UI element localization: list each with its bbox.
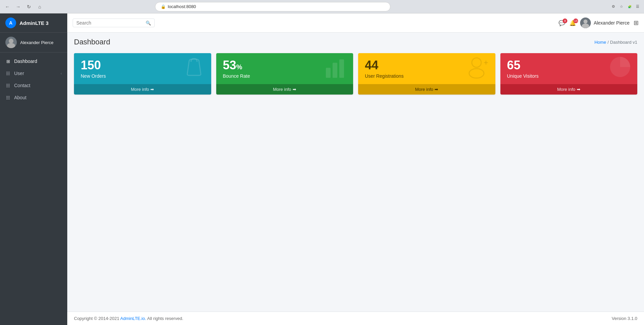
- about-icon: ☷: [5, 95, 11, 100]
- page-title: Dashboard: [74, 38, 110, 46]
- browser-home-button[interactable]: ⌂: [36, 3, 44, 11]
- percent-sign: %: [236, 63, 242, 71]
- sidebar-user-avatar: [5, 37, 17, 48]
- sidebar-item-label: User: [14, 71, 57, 76]
- svg-point-0: [9, 39, 13, 43]
- stats-grid: 150 New Orders More info ➡: [74, 53, 637, 95]
- stat-card-unique-visitors: 65 Unique Visitors More info: [500, 53, 638, 95]
- arrow-right-icon: ➡: [434, 87, 438, 92]
- sidebar-item-label: Contact: [14, 83, 62, 88]
- main-content: Dashboard Home / Dashboard v1 150 New Or…: [67, 33, 644, 325]
- topbar-user-avatar: [580, 17, 591, 28]
- sidebar: A AdminLTE 3 Alexander Pierce ⊞ Dashboar…: [0, 13, 67, 325]
- more-info-unique-visitors[interactable]: More info ➡: [500, 84, 638, 95]
- stat-card-body-bounce-rate: 53% Bounce Rate: [216, 53, 353, 84]
- stat-card-user-registrations: 44 User Registrations: [358, 53, 495, 95]
- sidebar-item-label: Dashboard: [14, 59, 62, 64]
- more-info-label: More info: [131, 87, 149, 92]
- browser-chrome: ← → ↻ ⌂ 🔒 localhost:8080 ⚙ ☆ 🧩 ☰: [0, 0, 644, 13]
- security-icon: 🔒: [161, 4, 166, 9]
- browser-bookmark-icon[interactable]: ☆: [618, 4, 624, 10]
- svg-point-1: [7, 43, 15, 48]
- stat-card-body-new-orders: 150 New Orders: [74, 53, 211, 84]
- user-menu-icon: ☷: [5, 71, 11, 76]
- browser-extensions-icon[interactable]: 🧩: [627, 4, 633, 10]
- breadcrumb: Home / Dashboard v1: [595, 40, 637, 45]
- svg-rect-4: [326, 68, 331, 78]
- svg-point-2: [583, 20, 588, 24]
- footer-version: Version 3.1.0: [612, 316, 637, 321]
- topbar-right: 💬 8 🔔 15 Alexander Pierce ⊞: [559, 17, 639, 28]
- browser-addressbar[interactable]: 🔒 localhost:8080: [155, 2, 390, 11]
- search-input[interactable]: [76, 20, 144, 26]
- breadcrumb-separator: /: [607, 40, 609, 45]
- main-footer: Copyright © 2014-2021 AdminLTE.io. All r…: [67, 312, 644, 325]
- brand-logo-text: A: [9, 20, 12, 26]
- stat-card-body-user-registrations: 44 User Registrations: [358, 53, 495, 84]
- svg-point-3: [582, 24, 589, 28]
- browser-forward-button[interactable]: →: [14, 3, 22, 11]
- stat-card-body-unique-visitors: 65 Unique Visitors: [500, 53, 638, 84]
- more-info-label: More info: [557, 87, 575, 92]
- messages-button[interactable]: 💬 8: [559, 20, 565, 26]
- browser-menu-icon[interactable]: ☰: [635, 4, 641, 10]
- sidebar-item-user[interactable]: ☷ User ‹: [0, 67, 67, 79]
- sidebar-user-name: Alexander Pierce: [20, 40, 53, 45]
- more-info-bounce-rate[interactable]: More info ➡: [216, 84, 353, 95]
- notifications-button[interactable]: 🔔 15: [569, 20, 576, 26]
- topbar-user[interactable]: Alexander Pierce: [580, 17, 630, 28]
- breadcrumb-home[interactable]: Home: [595, 40, 606, 45]
- bar-chart-icon: [324, 56, 348, 81]
- search-form: 🔍: [73, 19, 155, 27]
- more-info-label: More info: [415, 87, 433, 92]
- svg-point-7: [472, 58, 481, 67]
- sidebar-brand: A AdminLTE 3: [0, 13, 67, 33]
- browser-refresh-button[interactable]: ↻: [25, 3, 33, 11]
- content-body: 150 New Orders More info ➡: [67, 48, 644, 312]
- sidebar-item-label: About: [14, 95, 62, 100]
- stat-card-new-orders: 150 New Orders More info ➡: [74, 53, 211, 95]
- more-info-new-orders[interactable]: More info ➡: [74, 84, 211, 95]
- stat-card-bounce-rate: 53% Bounce Rate: [216, 53, 353, 95]
- sidebar-user-panel: Alexander Pierce: [0, 33, 67, 52]
- footer-copyright: Copyright © 2014-2021 AdminLTE.io. All r…: [74, 316, 183, 321]
- chevron-left-icon: ‹: [61, 71, 62, 75]
- content-wrapper: 🔍 💬 8 🔔 15 Alexander Pierce ⊞: [67, 13, 644, 325]
- dashboard-icon: ⊞: [5, 59, 11, 64]
- svg-point-8: [469, 69, 484, 78]
- brand-logo: A: [5, 17, 16, 28]
- browser-settings-icon[interactable]: ⚙: [610, 4, 616, 10]
- browser-toolbar-icons: ⚙ ☆ 🧩 ☰: [610, 4, 641, 10]
- sidebar-item-about[interactable]: ☷ About: [0, 92, 67, 104]
- topbar-user-name: Alexander Pierce: [594, 20, 630, 26]
- arrow-right-icon: ➡: [150, 87, 154, 92]
- svg-rect-6: [339, 59, 344, 78]
- search-button[interactable]: 🔍: [146, 21, 151, 26]
- user-plus-icon: [466, 55, 490, 82]
- more-info-user-registrations[interactable]: More info ➡: [358, 84, 495, 95]
- app-wrapper: A AdminLTE 3 Alexander Pierce ⊞ Dashboar…: [0, 13, 644, 325]
- messages-badge: 8: [563, 19, 567, 23]
- browser-back-button[interactable]: ←: [3, 3, 11, 11]
- arrow-right-icon: ➡: [577, 87, 580, 92]
- sidebar-item-contact[interactable]: ☷ Contact: [0, 79, 67, 92]
- arrow-right-icon: ➡: [293, 87, 296, 92]
- more-info-label: More info: [273, 87, 291, 92]
- notifications-badge: 15: [573, 19, 578, 23]
- contact-icon: ☷: [5, 83, 11, 88]
- grid-menu-button[interactable]: ⊞: [634, 19, 639, 27]
- topbar: 🔍 💬 8 🔔 15 Alexander Pierce ⊞: [67, 13, 644, 33]
- pie-chart-icon: [608, 55, 632, 82]
- url-text: localhost:8080: [168, 4, 196, 9]
- sidebar-item-dashboard[interactable]: ⊞ Dashboard: [0, 55, 67, 67]
- footer-link[interactable]: AdminLTE.io.: [120, 316, 146, 321]
- sidebar-nav: ⊞ Dashboard ☷ User ‹ ☷ Contact ☷ About: [0, 52, 67, 325]
- brand-name: AdminLTE 3: [20, 20, 48, 26]
- shopping-bag-icon: [182, 55, 206, 82]
- svg-rect-5: [333, 63, 337, 78]
- content-header: Dashboard Home / Dashboard v1: [67, 33, 644, 48]
- breadcrumb-current: Dashboard v1: [610, 40, 637, 45]
